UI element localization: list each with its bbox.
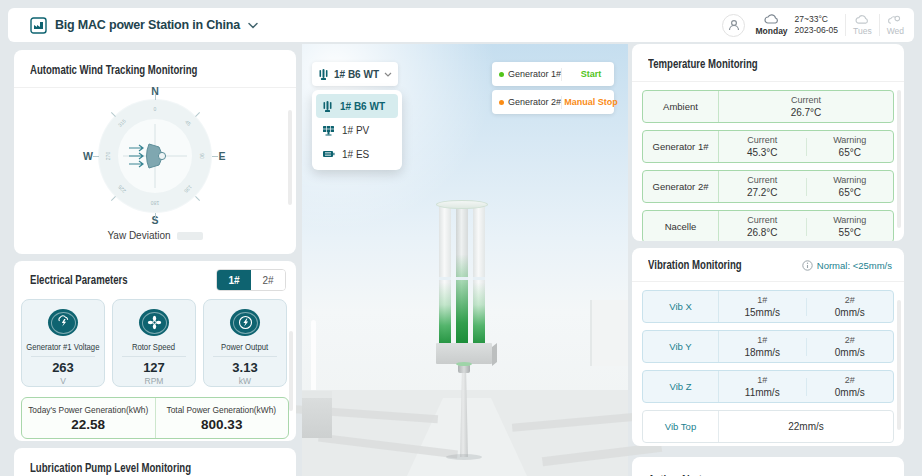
scrollbar-thumb[interactable] <box>897 90 901 228</box>
today-generation: Today's Power Generation(kWh) 22.58 <box>22 398 155 438</box>
generator-1-action-button[interactable]: Start <box>562 69 620 79</box>
vib-row-y: Vib Y 1#18mm/s 2#0mm/s <box>642 330 894 363</box>
metric-power-output: Power Output 3.13 kW <box>203 299 287 387</box>
tab-2[interactable]: 2# <box>251 270 285 290</box>
generator-2-label: Generator 2# <box>508 97 561 107</box>
turbine-shadow <box>446 454 482 460</box>
user-avatar-button[interactable] <box>722 14 745 37</box>
weather-temp-range: 27~33°C <box>795 14 838 26</box>
turbine-connector <box>458 364 470 373</box>
compass-degree: 180 <box>149 200 161 206</box>
yaw-deviation: Yaw Deviation <box>14 230 296 241</box>
vib-row-z: Vib Z 1#11mm/s 2#0mm/s <box>642 370 894 403</box>
solar-panel-icon <box>322 125 335 136</box>
generation-totals: Today's Power Generation(kWh) 22.58 Tota… <box>21 397 289 439</box>
weather-wednesday[interactable]: Wed <box>887 14 904 37</box>
scrollbar-thumb[interactable] <box>289 331 293 411</box>
metric-unit: V <box>60 376 66 386</box>
card-title: Lubrication Pump Level Monitoring <box>30 461 191 475</box>
chevron-down-icon <box>384 72 392 77</box>
metric-label: Power Output <box>221 342 268 352</box>
metric-rotor-speed: Rotor Speed 127 RPM <box>112 299 196 387</box>
card-title: Electrical Parameters <box>30 273 128 287</box>
device-selector-value: 1# B6 WT <box>334 69 379 80</box>
temp-row-ambient: Ambient Current 26.7°C <box>642 90 894 123</box>
weather-today-detail: 27~33°C 2023-06-05 <box>795 14 838 37</box>
alert-card: Action Alert <box>632 457 904 476</box>
menu-item-label: 1# ES <box>342 149 369 160</box>
temp-row-generator1: Generator 1# Current45.3°C Warning65°C <box>642 130 894 163</box>
station-title[interactable]: Big MAC power Station in China <box>55 18 240 32</box>
wind-turbine-icon <box>318 68 329 81</box>
yaw-deviation-value-placeholder <box>177 232 203 240</box>
total-label: Today's Power Generation(kWh) <box>28 404 148 415</box>
chevron-down-icon[interactable] <box>248 22 258 29</box>
device-selector[interactable]: 1# B6 WT <box>312 62 398 86</box>
metric-label: Generator #1 Voltage <box>26 342 99 352</box>
vib-row-top: Vib Top 22mm/s <box>642 410 894 443</box>
scrollbar-thumb[interactable] <box>288 110 292 205</box>
weather-tuesday-label: Tues <box>853 26 872 37</box>
weather-today-day: Monday <box>755 26 787 37</box>
menu-item-pv[interactable]: 1# PV <box>316 118 398 142</box>
turbine-base-box <box>436 343 492 364</box>
card-title: Temperature Monitoring <box>648 57 758 71</box>
ground-structure <box>302 398 332 438</box>
wind-turbine-icon <box>322 100 333 113</box>
turbine-3d-viewport[interactable]: 1# B6 WT 1# B6 WT 1# PV 1# ES Generator … <box>302 44 628 476</box>
vibration-monitoring-card: Vibration Monitoring Normal: <25mm/s Vib… <box>632 248 904 446</box>
total-value: 22.58 <box>71 417 105 432</box>
device-menu: 1# B6 WT 1# PV 1# ES <box>312 90 402 170</box>
card-title: Automatic Wind Tracking Monitoring <box>30 63 197 77</box>
wind-tracking-card: Automatic Wind Tracking Monitoring N E S… <box>14 50 296 254</box>
turbine-blades <box>439 200 485 344</box>
menu-item-wt[interactable]: 1# B6 WT <box>316 94 398 118</box>
rotor-icon <box>139 309 169 336</box>
card-title: Vibration Monitoring <box>648 258 742 272</box>
weather-wednesday-label: Wed <box>887 26 904 37</box>
info-icon <box>802 260 813 271</box>
generator-1-chip: Generator 1# Start <box>492 62 614 86</box>
temp-row-generator2: Generator 2# Current27.2°C Warning65°C <box>642 170 894 203</box>
total-label: Total Power Generation(kWh) <box>167 404 277 415</box>
lubrication-card: Lubrication Pump Level Monitoring <box>14 448 296 476</box>
divider <box>845 14 846 36</box>
compass-degree: 0 <box>149 106 161 112</box>
temp-row-nacelle: Nacelle Current26.8°C Warning55°C <box>642 210 894 241</box>
generator-1-label: Generator 1# <box>508 69 561 79</box>
turbine-top-view-icon <box>115 116 195 196</box>
header: Big MAC power Station in China Monday 27… <box>8 8 914 42</box>
total-value: 800.33 <box>201 417 242 432</box>
metric-value: 3.13 <box>232 360 257 375</box>
metric-value: 263 <box>52 360 74 375</box>
weather-tuesday[interactable]: Tues <box>853 14 872 37</box>
generator-2-action-button[interactable]: Manual Stop <box>562 97 620 107</box>
generator-icon <box>48 309 78 336</box>
temperature-monitoring-card: Temperature Monitoring Ambient Current 2… <box>632 44 904 241</box>
yaw-deviation-label: Yaw Deviation <box>107 230 170 241</box>
total-generation: Total Power Generation(kWh) 800.33 <box>155 398 289 438</box>
station-icon <box>30 17 47 34</box>
status-dot-green <box>499 72 504 77</box>
generator-2-chip: Generator 2# Manual Stop <box>492 90 614 114</box>
distant-building <box>590 300 628 366</box>
scrollbar-thumb[interactable] <box>897 300 901 430</box>
menu-item-label: 1# PV <box>342 125 369 136</box>
compass: N E S W 0 45 90 135 180 225 270 315 <box>99 100 211 212</box>
power-icon <box>230 309 260 336</box>
vibration-normal-note: Normal: <25mm/s <box>802 260 892 271</box>
compass-degree: 270 <box>105 150 111 162</box>
generator-tabs: 1# 2# <box>216 269 286 291</box>
battery-icon <box>322 149 335 159</box>
metric-unit: RPM <box>145 376 164 386</box>
vib-row-x: Vib X 1#15mm/s 2#0mm/s <box>642 290 894 323</box>
menu-item-label: 1# B6 WT <box>340 101 385 112</box>
weather-date: 2023-06-05 <box>795 25 838 37</box>
metric-label: Rotor Speed <box>132 342 175 352</box>
tab-1[interactable]: 1# <box>217 270 251 290</box>
metric-unit: kW <box>239 376 251 386</box>
electrical-parameters-card: Electrical Parameters 1# 2# Generator #1… <box>14 261 296 441</box>
metric-value: 127 <box>143 360 165 375</box>
metric-voltage: Generator #1 Voltage 263 V <box>21 299 105 387</box>
menu-item-es[interactable]: 1# ES <box>316 142 398 166</box>
